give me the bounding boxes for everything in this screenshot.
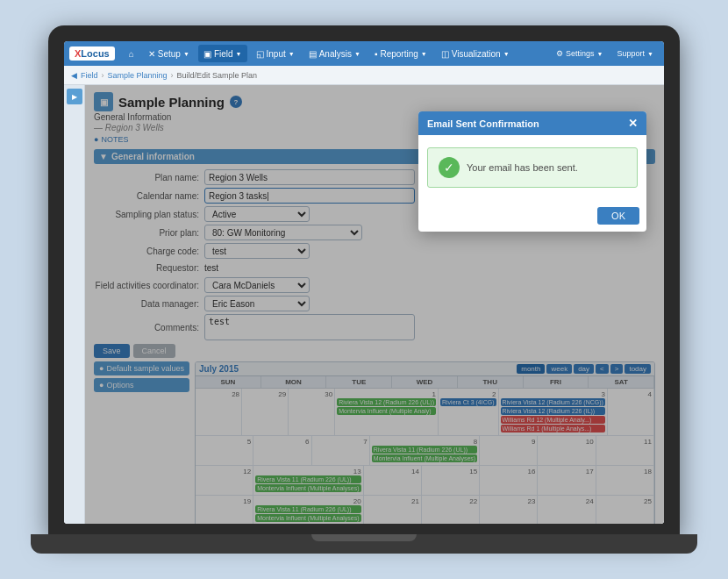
- nav-reporting[interactable]: ▪ Reporting ▼: [369, 45, 432, 62]
- success-check-icon: ✓: [439, 157, 460, 178]
- logo: X Locus: [69, 46, 115, 61]
- sidebar: ▶: [64, 85, 85, 524]
- nav-analysis[interactable]: ▤ Analysis ▼: [303, 45, 366, 62]
- breadcrumb-sep-2: ›: [171, 71, 174, 80]
- modal-close-button[interactable]: ✕: [628, 117, 638, 130]
- breadcrumb-sample-planning[interactable]: Sample Planning: [108, 71, 168, 80]
- main-content: ▶ ▣ Sample Planning ? General Informatio…: [64, 85, 664, 524]
- modal-title: Email Sent Confirmation: [427, 118, 539, 129]
- home-icon: ⌂: [129, 49, 134, 59]
- modal-overlay: Email Sent Confirmation ✕ ✓ Your email h…: [85, 85, 664, 524]
- logo-x-icon: X: [75, 48, 81, 59]
- breadcrumb-back-icon[interactable]: ◀: [71, 71, 77, 80]
- analysis-icon: ▤: [309, 49, 317, 59]
- input-icon: ◱: [256, 49, 264, 59]
- modal-success-banner: ✓ Your email has been sent.: [427, 147, 638, 188]
- settings-caret-icon: ▼: [597, 51, 603, 57]
- laptop-screen: X Locus ⌂ ✕ Setup ▼ ▣ Field ▼ ◱: [64, 41, 664, 524]
- modal-success-text: Your email has been sent.: [467, 162, 578, 173]
- laptop-base: [31, 534, 697, 554]
- settings-icon: ⚙: [556, 49, 563, 58]
- modal-ok-button[interactable]: OK: [597, 207, 639, 225]
- laptop-shell: X Locus ⌂ ✕ Setup ▼ ▣ Field ▼ ◱: [48, 25, 680, 534]
- nav-input[interactable]: ◱ Input ▼: [251, 45, 300, 62]
- modal-header: Email Sent Confirmation ✕: [418, 111, 646, 135]
- email-confirmation-modal: Email Sent Confirmation ✕ ✓ Your email h…: [418, 111, 646, 232]
- field-icon: ▣: [203, 49, 211, 59]
- visualization-caret-icon: ▼: [503, 51, 510, 57]
- nav-setup[interactable]: ✕ Setup ▼: [143, 45, 195, 62]
- field-caret-icon: ▼: [236, 51, 242, 57]
- breadcrumb: ◀ Field › Sample Planning › Build/Edit S…: [64, 66, 664, 85]
- setup-x-icon: ✕: [148, 49, 155, 59]
- nav-home[interactable]: ⌂: [124, 45, 139, 62]
- nav-field[interactable]: ▣ Field ▼: [198, 45, 247, 62]
- page-content: ▣ Sample Planning ? General Information …: [85, 85, 664, 524]
- breadcrumb-current: Build/Edit Sample Plan: [177, 71, 258, 80]
- setup-caret-icon: ▼: [183, 51, 189, 57]
- nav-visualization[interactable]: ◫ Visualization ▼: [436, 45, 515, 62]
- top-nav: X Locus ⌂ ✕ Setup ▼ ▣ Field ▼ ◱: [64, 41, 664, 66]
- reporting-caret-icon: ▼: [421, 51, 427, 57]
- sidebar-icon-1[interactable]: ▶: [67, 89, 82, 104]
- analysis-caret-icon: ▼: [354, 51, 360, 57]
- reporting-icon: ▪: [375, 49, 378, 59]
- nav-settings[interactable]: ⚙ Settings ▼: [551, 45, 608, 62]
- visualization-icon: ◫: [441, 49, 449, 59]
- breadcrumb-field[interactable]: Field: [81, 71, 98, 80]
- modal-body: ✓ Your email has been sent.: [418, 135, 646, 204]
- input-caret-icon: ▼: [289, 51, 295, 57]
- breadcrumb-sep-1: ›: [102, 71, 104, 80]
- modal-footer: OK: [418, 204, 646, 232]
- nav-right: ⚙ Settings ▼ Support ▼: [551, 45, 659, 62]
- logo-text: Locus: [81, 48, 109, 59]
- nav-support[interactable]: Support ▼: [612, 45, 659, 62]
- support-caret-icon: ▼: [647, 51, 653, 57]
